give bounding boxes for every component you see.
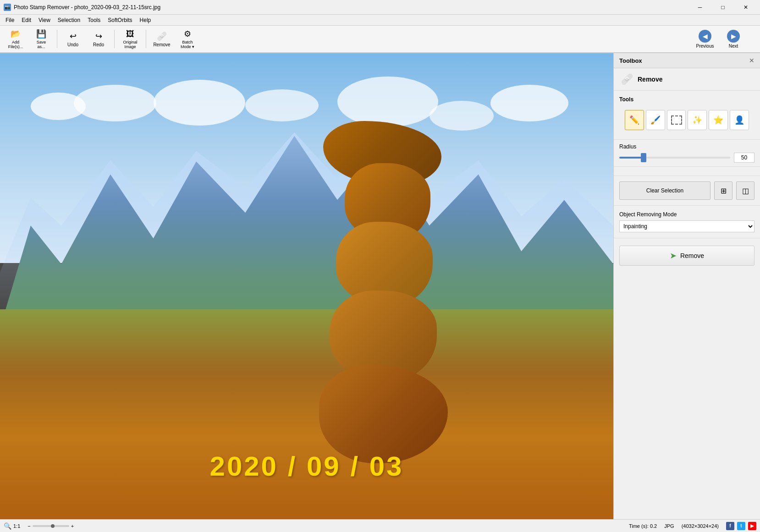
close-button[interactable]: ✕ [735, 0, 756, 15]
menu-tools[interactable]: Tools [84, 16, 104, 24]
separator-3 [146, 30, 146, 48]
status-bar: 🔍 1:1 − + Time (s): 0.2 JPG (4032×3024×2… [0, 519, 760, 532]
radius-thumb[interactable] [641, 153, 646, 162]
zoom-minus-icon[interactable]: − [28, 523, 30, 529]
redo-button[interactable]: ↪ Redo [87, 27, 110, 51]
magic-wand-tool[interactable]: ✨ [688, 110, 707, 130]
radius-input[interactable] [734, 153, 754, 163]
dimensions-display: (4032×3024×24) [682, 523, 719, 529]
batch-mode-label: BatchMode ▾ [181, 40, 194, 49]
batch-mode-button[interactable]: ⚙ BatchMode ▾ [176, 27, 199, 51]
spacer [614, 167, 760, 176]
invert-selection-icon: ◫ [742, 186, 749, 195]
cloud-2 [74, 85, 156, 121]
add-files-button[interactable]: 📂 AddFile(s)... [4, 27, 28, 51]
zoom-level-text: 1:1 [13, 523, 20, 529]
remove-toolbar-icon: 🩹 [157, 31, 167, 41]
radius-track [619, 157, 644, 159]
next-button[interactable]: ▶ Next [720, 27, 747, 51]
undo-icon: ↩ [70, 31, 77, 41]
rect-select-tool[interactable] [667, 110, 686, 130]
select-all-icon: ⊞ [721, 186, 727, 195]
remove-section-icon: 🩹 [619, 72, 634, 87]
batch-mode-icon: ⚙ [184, 29, 191, 39]
menu-file[interactable]: File [2, 16, 18, 24]
brush-icon: 🖌️ [650, 115, 661, 125]
clone-icon: 👤 [734, 115, 744, 125]
rect-select-icon [671, 115, 682, 125]
radius-label: Radius [619, 143, 754, 150]
pencil-tool[interactable]: ✏️ [625, 110, 644, 130]
zoom-slider[interactable]: − + [28, 523, 74, 529]
main-area: 2020 / 09 / 03 Toolbox ✕ 🩹 Remove Tools … [0, 53, 760, 519]
tools-row: ✏️ 🖌️ ✨ ⭐ 👤 [619, 106, 754, 134]
previous-label: Previous [696, 44, 714, 49]
toolbox-close-button[interactable]: ✕ [749, 57, 754, 64]
tools-section: Tools ✏️ 🖌️ ✨ ⭐ 👤 [614, 91, 760, 140]
zoom-plus-icon[interactable]: + [71, 523, 74, 529]
image-area[interactable]: 2020 / 09 / 03 [0, 53, 613, 519]
menu-view[interactable]: View [35, 16, 54, 24]
separator-2 [114, 30, 115, 48]
mode-label: Object Removing Mode [619, 211, 754, 218]
next-icon: ▶ [727, 30, 740, 43]
radius-section: Radius [614, 140, 760, 167]
select-all-button[interactable]: ⊞ [714, 181, 732, 200]
zoom-thumb[interactable] [51, 524, 55, 528]
pencil-icon: ✏️ [629, 115, 639, 125]
brush-tool[interactable]: 🖌️ [646, 110, 665, 130]
radius-slider[interactable] [619, 157, 730, 159]
cloud-6 [430, 101, 494, 131]
status-right: Time (s): 0.2 JPG (4032×3024×24) f t ▶ [629, 522, 756, 530]
toolbox-panel: Toolbox ✕ 🩹 Remove Tools ✏️ 🖌️ [613, 53, 760, 519]
radius-row [619, 153, 754, 163]
mode-select[interactable]: Inpainting Smart Fill Averaging [619, 220, 754, 232]
redo-icon: ↪ [95, 31, 102, 41]
original-image-button[interactable]: 🖼 OriginalImage [118, 27, 142, 51]
invert-selection-button[interactable]: ◫ [736, 181, 754, 200]
maximize-button[interactable]: □ [712, 0, 733, 15]
nav-buttons: ◀ Previous ▶ Next [691, 27, 747, 51]
minimize-button[interactable]: ─ [689, 0, 710, 15]
clear-selection-row: Clear Selection ⊞ ◫ [614, 176, 760, 206]
facebook-icon[interactable]: f [726, 522, 734, 530]
twitter-icon[interactable]: t [737, 522, 745, 530]
title-bar-text: Photo Stamp Remover - photo_2020-09-03_2… [14, 4, 689, 11]
clear-selection-button[interactable]: Clear Selection [619, 181, 710, 200]
previous-button[interactable]: ◀ Previous [691, 27, 719, 51]
undo-button[interactable]: ↩ Undo [61, 27, 85, 51]
remove-section-header: 🩹 Remove [614, 68, 760, 91]
save-as-button[interactable]: 💾 Saveas... [29, 27, 53, 51]
tools-section-title: Tools [619, 96, 754, 103]
undo-label: Undo [67, 42, 78, 47]
menu-bar: File Edit View Selection Tools SoftOrbit… [0, 15, 760, 26]
menu-softorbits[interactable]: SoftOrbits [104, 16, 136, 24]
cloud-4 [245, 89, 319, 121]
toolbox-header: Toolbox ✕ [614, 53, 760, 68]
object-removing-mode-section: Object Removing Mode Inpainting Smart Fi… [614, 206, 760, 238]
menu-selection[interactable]: Selection [54, 16, 84, 24]
zoom-track[interactable] [33, 525, 69, 527]
clone-tool[interactable]: 👤 [730, 110, 749, 130]
title-bar: 📷 Photo Stamp Remover - photo_2020-09-03… [0, 0, 760, 15]
auto-tool[interactable]: ⭐ [709, 110, 728, 130]
menu-help[interactable]: Help [136, 16, 155, 24]
time-display: Time (s): 0.2 [629, 523, 657, 529]
original-image-icon: 🖼 [126, 29, 134, 39]
menu-edit[interactable]: Edit [18, 16, 35, 24]
toolbox-title: Toolbox [619, 57, 642, 64]
cloud-3 [154, 80, 245, 126]
add-files-icon: 📂 [11, 29, 21, 39]
auto-icon: ⭐ [713, 115, 723, 125]
zoom-level-icon: 🔍 [4, 522, 11, 530]
remove-button[interactable]: 🩹 Remove [150, 27, 174, 51]
add-files-label: AddFile(s)... [8, 40, 23, 49]
remove-action-label: Remove [680, 252, 704, 259]
remove-action-button[interactable]: ➤ Remove [619, 246, 754, 266]
previous-icon: ◀ [699, 30, 711, 43]
date-stamp: 2020 / 09 / 03 [210, 450, 404, 482]
remove-section-title: Remove [638, 76, 662, 83]
app-icon: 📷 [4, 4, 11, 11]
youtube-icon[interactable]: ▶ [748, 522, 756, 530]
toolbar: 📂 AddFile(s)... 💾 Saveas... ↩ Undo ↪ Red… [0, 26, 760, 53]
